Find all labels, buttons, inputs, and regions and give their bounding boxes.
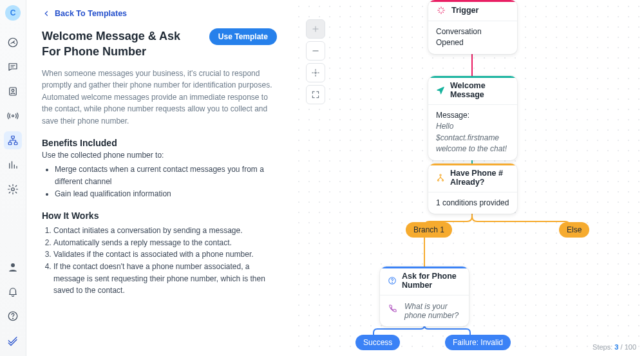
nav-profile[interactable] [4,258,22,276]
benefit-item: Merge contacts when a current contact me… [55,164,277,188]
ask-body-text: What is your phone number? [404,302,461,320]
sidebar-rail: C [0,0,26,356]
welcome-msg-label: Message: [436,110,509,121]
question-icon [388,276,397,286]
branch-icon [436,173,445,183]
nav-messages[interactable] [4,58,22,76]
nav-brand-logo [4,332,22,350]
nav-workflows[interactable] [4,131,22,149]
welcome-message-node[interactable]: Welcome Message Message: Hello $contact.… [428,76,517,160]
back-label: Back To Templates [55,9,127,18]
svg-point-10 [13,318,14,319]
svg-point-16 [392,283,393,283]
svg-point-11 [315,72,316,73]
template-details-panel: Back To Templates Welcome Message & Ask … [26,0,290,356]
ask-phone-node[interactable]: Ask for Phone Number What is your phone … [380,267,469,326]
steps-counter: Steps: 3 / 100 [592,343,636,351]
welcome-title: Welcome Message [450,81,509,99]
fullscreen-button[interactable] [306,85,325,104]
branch-1-chip[interactable]: Branch 1 [406,222,452,238]
svg-point-7 [12,188,15,191]
back-to-templates-link[interactable]: Back To Templates [42,9,277,18]
workflow-canvas[interactable]: Trigger Conversation Opened Welcome Mess… [290,0,644,356]
nav-reports[interactable] [4,156,22,174]
how-step: If the contact doesn't have a phone numb… [53,261,277,297]
benefits-lead: Use the collected phone number to: [42,151,277,160]
nav-dashboard[interactable] [4,33,22,52]
how-it-works-heading: How It Works [42,211,277,221]
else-chip[interactable]: Else [559,222,589,238]
welcome-msg-body: Hello $contact.firstname welcome to the … [436,121,509,155]
nav-help[interactable] [4,307,22,325]
trigger-body: Conversation Opened [428,21,517,54]
condition-node[interactable]: Have Phone # Already? 1 conditions provi… [428,164,517,214]
chevron-left-icon [42,9,51,18]
send-icon [436,85,445,95]
workspace-avatar[interactable]: C [5,5,21,21]
trigger-title: Trigger [451,6,478,15]
failure-chip[interactable]: Failure: Invalid [445,335,511,350]
condition-body: 1 conditions provided [428,192,517,214]
nav-settings[interactable] [4,180,22,198]
center-button[interactable] [306,63,325,82]
trigger-node[interactable]: Trigger Conversation Opened [428,0,517,54]
canvas-toolbar [306,19,324,104]
template-title: Welcome Message & Ask For Phone Number [42,28,193,60]
use-template-button[interactable]: Use Template [209,28,277,45]
ask-title: Ask for Phone Number [402,272,461,290]
svg-point-8 [11,263,15,267]
template-description: When someone messages your business, it'… [42,68,277,127]
spark-icon [436,5,446,15]
how-step: Contact initiates a conversation by send… [53,225,277,237]
zoom-out-button[interactable] [306,41,325,61]
nav-broadcast[interactable] [4,107,22,125]
phone-icon [388,303,398,314]
zoom-in-button [306,19,325,39]
nav-notifications[interactable] [4,283,22,301]
svg-point-2 [12,89,14,92]
nav-contacts[interactable] [4,82,22,100]
how-step: Validates if the contact is associated w… [53,248,277,261]
success-chip[interactable]: Success [355,335,400,350]
condition-title: Have Phone # Already? [450,169,509,187]
benefit-item: Gain lead qualification information [55,188,277,200]
how-step: Automatically sends a reply message to t… [53,237,277,249]
svg-point-3 [12,115,14,117]
benefits-heading: Benefits Included [42,138,277,148]
